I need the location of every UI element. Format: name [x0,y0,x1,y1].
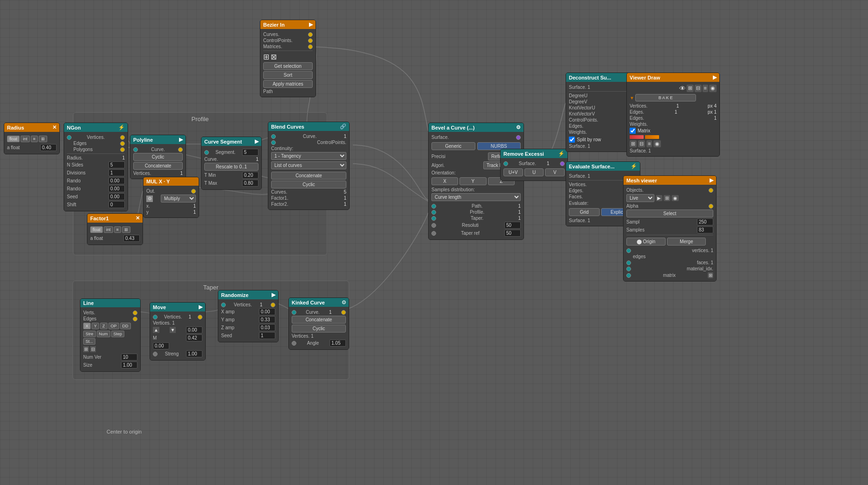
bevel-x-btn[interactable]: X [431,177,458,185]
cs-rescale-btn[interactable]: Rescale to 0..1 [204,163,258,171]
factor1-header[interactable]: Factor1 ✕ [87,214,143,223]
line-numver-input[interactable] [121,354,137,361]
kc-angle-input[interactable] [330,340,346,347]
move-down-btn[interactable]: ▼ [170,327,176,333]
bezier-icon1[interactable]: ⊞ [263,52,269,61]
ds-splitbyrow-checkbox[interactable] [569,137,575,143]
ngon-rando2-input[interactable] [108,185,125,192]
remove-excess-header[interactable]: Remove Excessi ⚡ [501,149,567,158]
bevel-resoluti-input[interactable] [504,222,521,229]
move-up-btn[interactable]: ▲ [153,327,159,333]
line-stre-btn[interactable]: Stre [83,331,96,337]
re-v-btn[interactable]: V [545,168,565,176]
viewer-draw-header[interactable]: Viewer Draw ▶ [627,73,719,82]
mv-merge-btn[interactable]: Merge [667,238,706,246]
vd-icon8: ≡ [646,140,652,147]
move-z-input[interactable] [153,342,169,349]
bevel-y-btn[interactable]: Y [459,177,486,185]
factor1-float-btn[interactable]: float [90,226,103,233]
mv-live-select[interactable]: Live [626,194,654,202]
bezier-in-header[interactable]: Bezier In ▶ [260,20,316,29]
rand-xamp-input[interactable] [259,308,275,315]
cs-segment-input[interactable] [242,149,258,156]
apply-matrices-button[interactable]: Apply matrices [263,80,313,88]
line-x-btn[interactable]: X [83,323,91,329]
polyline-concatenate-btn[interactable]: Concatenate [133,162,183,170]
factor1-close[interactable]: ✕ [136,215,140,221]
line-step-btn[interactable]: Step [111,331,125,337]
kinked-curve-header[interactable]: Kinked Curve ⊙ [289,298,349,307]
move-header[interactable]: Move ▶ [150,303,205,311]
bc-continuity-select[interactable]: 1 - Tangency 0 - Position 2 - Curvature [271,152,346,160]
ngon-seed-input[interactable] [108,193,125,200]
bc-orientation-select[interactable]: List of curves [271,161,346,169]
move-m-input[interactable] [186,334,202,341]
line-size-input[interactable] [121,362,137,369]
randomize-header[interactable]: Randomize ▶ [218,290,278,299]
randomize-node: Randomize ▶ Vertices. 1 X amp Y amp Z am… [218,290,279,342]
ngon-shift-input[interactable] [108,201,125,208]
cs-tmax-input[interactable] [242,180,258,187]
factor1-extra2-btn[interactable]: ⊞ [122,226,130,233]
line-op-btn[interactable]: OP [108,323,119,329]
radius-header[interactable]: Radius ✕ [4,123,59,132]
bezier-icon2[interactable]: ⊠ [271,52,277,61]
ngon-header[interactable]: NGon ⚡ [64,123,128,132]
mesh-viewer-header[interactable]: Mesh viewer ▶ [624,176,716,185]
rand-seed-input[interactable] [259,332,275,339]
cs-in-socket [204,150,209,155]
bevel-generic-btn[interactable]: Generic [431,142,475,150]
line-num-btn[interactable]: Num [97,331,110,337]
line-st-btn[interactable]: St... [83,338,95,345]
radius-int-btn[interactable]: int [21,136,30,142]
polyline-cyclic-btn[interactable]: Cyclic [133,153,183,161]
line-header[interactable]: Line [80,299,140,307]
blend-curves-header[interactable]: Blend Curves 🔗 [268,122,349,131]
mul-xy-header[interactable]: MUL X · Y [143,177,199,186]
line-y-btn[interactable]: Y [92,323,99,329]
radius-extra-btn[interactable]: ≡ [31,136,38,142]
mul-dropdown[interactable]: Multiply Add Subtract [161,195,196,203]
get-selection-button[interactable]: Get selection [263,62,313,70]
line-z-btn[interactable]: Z [100,323,108,329]
move-streng-input[interactable] [186,350,202,357]
bc-cp-in [271,140,276,145]
radius-float-btn[interactable]: float [7,136,20,142]
vd-matrix-checkbox[interactable] [630,128,636,134]
cs-tmin-input[interactable] [242,172,258,179]
mv-samples-input[interactable] [697,226,713,233]
line-dd-btn[interactable]: DD [120,323,131,329]
ngon-nsides-input[interactable] [108,161,125,168]
es-grid-btn[interactable]: Grid [569,208,600,216]
sort-button[interactable]: Sort [263,71,313,79]
mv-sampl-input[interactable] [697,218,713,225]
factor1-float-input[interactable] [123,235,140,242]
factor1-extra-btn[interactable]: ≡ [114,226,121,233]
curve-segment-header[interactable]: Curve Segment ▶ [201,137,261,146]
line-icon1: ⊞ [83,346,89,352]
rand-yamp-input[interactable] [259,316,275,323]
move-x-input[interactable] [186,326,202,333]
evaluate-surface-header[interactable]: Evaluate Surface... ⚡ [566,162,640,171]
kc-concatenate-btn[interactable]: Concatenate [292,316,346,324]
ngon-divisions-input[interactable] [108,169,125,176]
mv-origin-btn[interactable]: ⬤ Origin [626,238,666,246]
bezier-curves-socket [308,32,313,37]
bevel-a-curve-header[interactable]: Bevel a Curve (...) ⚙ [429,123,524,132]
bevel-samples-select[interactable]: Curve length [431,193,521,201]
re-uv-btn[interactable]: U+V [503,168,523,176]
kc-cyclic-btn[interactable]: Cyclic [292,325,346,333]
polyline-header[interactable]: Polyline ▶ [130,135,186,144]
bc-concatenate-btn[interactable]: Concatenate [271,172,346,180]
factor1-int-btn[interactable]: int [104,226,113,233]
bevel-taperref-input[interactable] [504,230,521,237]
radius-float-input[interactable] [40,144,57,151]
vd-bake-btn[interactable]: B A K E [635,94,696,101]
ngon-rando1-input[interactable] [108,177,125,184]
radius-close[interactable]: ✕ [52,124,57,130]
mv-select-btn[interactable]: Select [626,210,713,217]
re-u-btn[interactable]: U [524,168,544,176]
bc-cyclic-btn[interactable]: Cyclic [271,181,346,188]
rand-zamp-input[interactable] [259,324,275,331]
radius-extra2-btn[interactable]: ⊞ [39,136,47,142]
